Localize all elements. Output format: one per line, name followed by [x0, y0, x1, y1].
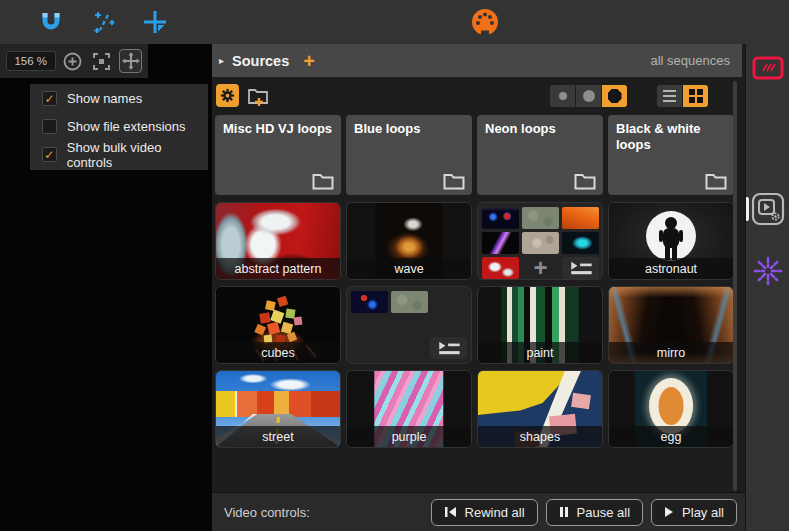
rewind-all-button[interactable]: Rewind all: [431, 499, 538, 526]
thumb-size-medium-button[interactable]: [576, 85, 601, 107]
sequences-filter[interactable]: all sequences: [651, 53, 731, 68]
folder-icon: [312, 173, 334, 190]
option-show-file-extensions[interactable]: ✓ Show file extensions: [30, 113, 208, 140]
mini-thumbnail[interactable]: [482, 257, 519, 279]
mini-thumbnail[interactable]: [522, 232, 559, 254]
folder-tile-misc-hd-vj-loops[interactable]: Misc HD VJ loops: [215, 115, 341, 195]
folder-row: Misc HD VJ loops Blue loops Neon loops: [215, 115, 734, 195]
video-tile-cubes[interactable]: cubes: [215, 286, 341, 364]
mini-thumbnail[interactable]: [562, 207, 599, 229]
video-name: cubes: [261, 346, 294, 360]
video-tile-astronaut[interactable]: astronaut: [608, 202, 734, 280]
active-panel-indicator: [746, 197, 749, 221]
sources-header: ▸ Sources + all sequences: [212, 44, 742, 77]
pan-tool-button[interactable]: [119, 49, 142, 73]
top-toolbar: [0, 0, 789, 44]
sources-panel: ▸ Sources + all sequences: [212, 44, 745, 531]
show-bulk-video-controls-checkbox[interactable]: ✓: [42, 147, 57, 162]
video-name: paint: [526, 346, 553, 360]
pause-icon: [559, 506, 569, 518]
video-name: shapes: [520, 430, 560, 444]
midi-icon[interactable]: [471, 8, 499, 36]
sources-settings-button[interactable]: [216, 84, 239, 107]
video-controls-label: Video controls:: [224, 505, 310, 520]
gear-icon: [220, 88, 235, 103]
sources-toolbar: [212, 79, 742, 113]
folder-tile-neon-loops[interactable]: Neon loops: [477, 115, 603, 195]
button-label: Rewind all: [465, 505, 525, 520]
option-show-names[interactable]: ✓ Show names: [30, 85, 208, 112]
folder-icon: [574, 173, 596, 190]
list-view-icon: [663, 90, 676, 103]
open-playlist-button[interactable]: [562, 257, 599, 279]
magic-snap-icon[interactable]: [92, 9, 118, 35]
video-row: street purple shapes: [215, 370, 734, 448]
group-thumbnails: +: [482, 207, 598, 279]
video-row: cubes: [215, 286, 734, 364]
canvas-panel: 156 %: [0, 44, 212, 531]
add-source-button[interactable]: +: [303, 51, 315, 71]
show-file-extensions-checkbox[interactable]: ✓: [42, 119, 57, 134]
option-show-bulk-video-controls[interactable]: ✓ Show bulk video controls: [30, 141, 208, 168]
thumbnail-size-group: [550, 85, 627, 107]
play-icon: [664, 506, 674, 518]
grid-scrollbar[interactable]: [733, 81, 737, 491]
video-tile-abstract-pattern[interactable]: abstract pattern: [215, 202, 341, 280]
media-player-panel-icon[interactable]: [751, 192, 785, 226]
video-tile-paint[interactable]: paint: [477, 286, 603, 364]
pause-all-button[interactable]: Pause all: [546, 499, 643, 526]
panel-expand-icon[interactable]: ▸: [219, 55, 224, 66]
video-tile-purple[interactable]: purple: [346, 370, 472, 448]
shader-panel-icon[interactable]: [752, 56, 784, 80]
video-name: egg: [661, 430, 682, 444]
group-thumbnails: [351, 291, 467, 313]
video-name: abstract pattern: [235, 262, 322, 276]
list-view-button[interactable]: [657, 85, 682, 107]
crosshair-add-icon[interactable]: [142, 9, 168, 35]
magnet-icon[interactable]: [38, 9, 64, 35]
play-all-button[interactable]: Play all: [651, 499, 737, 526]
mini-thumbnail[interactable]: [482, 232, 519, 254]
folder-plus-icon: [247, 85, 271, 107]
sources-grid: Misc HD VJ loops Blue loops Neon loops: [215, 115, 734, 454]
right-sidebar: [745, 44, 789, 531]
grid-view-button[interactable]: [683, 85, 708, 107]
folder-tile-black-and-white-loops[interactable]: Black & white loops: [608, 115, 734, 195]
add-to-group-button[interactable]: +: [522, 257, 559, 279]
source-group-cell[interactable]: +: [477, 202, 603, 280]
option-label: Show bulk video controls: [67, 140, 208, 170]
mini-thumbnail[interactable]: [482, 207, 519, 229]
grid-view-icon: [689, 89, 703, 103]
generator-spinner-icon[interactable]: [753, 256, 783, 286]
video-name: wave: [394, 262, 423, 276]
mini-thumbnail[interactable]: [522, 207, 559, 229]
move-arrows-icon: [122, 52, 140, 70]
open-playlist-button[interactable]: [430, 337, 467, 359]
show-names-checkbox[interactable]: ✓: [42, 91, 57, 106]
zoom-level-field[interactable]: 156 %: [6, 51, 56, 71]
folder-tile-blue-loops[interactable]: Blue loops: [346, 115, 472, 195]
fit-view-button[interactable]: [90, 49, 113, 73]
video-tile-egg[interactable]: egg: [608, 370, 734, 448]
thumb-size-large-button[interactable]: [602, 85, 627, 107]
video-name: mirro: [657, 346, 685, 360]
video-tile-wave[interactable]: wave: [346, 202, 472, 280]
video-name: street: [262, 430, 293, 444]
option-label: Show names: [67, 91, 142, 106]
zoom-in-button[interactable]: [62, 49, 85, 73]
mini-thumbnail[interactable]: [391, 291, 428, 313]
thumb-size-small-button[interactable]: [550, 85, 575, 107]
add-folder-button[interactable]: [246, 84, 272, 108]
source-group-cell[interactable]: [346, 286, 472, 364]
playlist-icon: [568, 260, 594, 276]
mini-thumbnail[interactable]: [351, 291, 388, 313]
mini-thumbnail[interactable]: [562, 232, 599, 254]
video-name: astronaut: [645, 262, 697, 276]
panel-title: Sources: [232, 53, 289, 69]
video-tile-mirro[interactable]: mirro: [608, 286, 734, 364]
app-window: 156 %: [0, 0, 789, 531]
medium-dot-icon: [583, 90, 595, 102]
video-tile-shapes[interactable]: shapes: [477, 370, 603, 448]
folder-name: Blue loops: [354, 121, 464, 137]
video-tile-street[interactable]: street: [215, 370, 341, 448]
